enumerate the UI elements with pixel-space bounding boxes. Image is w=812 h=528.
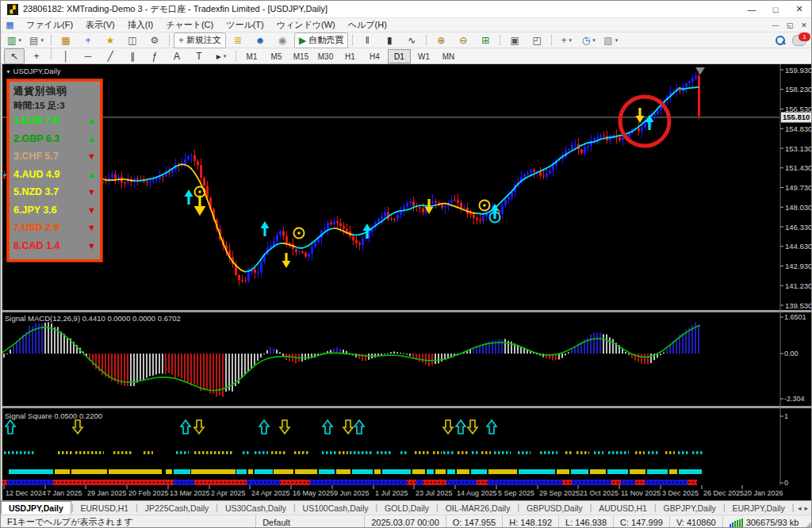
chart-tab-eurusd-h1[interactable]: EURUSD,H1 (73, 502, 136, 514)
tile-windows-button[interactable]: ⊞ (475, 33, 496, 48)
maximize-button[interactable]: □ (764, 1, 787, 17)
market-watch-icon: ▦ (61, 35, 70, 46)
mdi-close-button[interactable]: ✕ (797, 21, 811, 29)
tab-scroll-right-button[interactable]: ▸ (804, 504, 808, 512)
fibonacci-tool-button[interactable]: ƒ (144, 48, 165, 64)
strength-value: 1.EUR 7.8 (13, 115, 59, 126)
chart-tab-gbpjpy-daily[interactable]: GBPJPY,Daily (657, 502, 723, 514)
svg-text:11 Nov 2025: 11 Nov 2025 (621, 489, 661, 497)
menu-help[interactable]: ヘルプ(H) (342, 20, 393, 29)
chart-area[interactable]: 159.930158.230156.530154.830153.130151.4… (1, 64, 812, 500)
strength-down-icon: ▼ (87, 223, 96, 232)
price-chart[interactable]: 159.930158.230156.530154.830153.130151.4… (1, 64, 812, 500)
periods-button[interactable]: ◷▾ (578, 33, 599, 48)
chart-tab-usdjpy-daily[interactable]: USDJPY,Daily (1, 501, 71, 514)
navigator-button[interactable]: ★ (100, 33, 121, 48)
svg-text:144.630: 144.630 (785, 242, 812, 251)
cursor-tool-button[interactable]: ↖ (4, 48, 25, 64)
square-indicator-label: Signal Square 0.0500 0.2200 (5, 411, 102, 420)
timeframe-d1-button[interactable]: D1 (388, 49, 411, 63)
minimize-button[interactable]: — (740, 1, 764, 17)
bar-chart-type-button[interactable]: ‖ (357, 33, 377, 48)
new-order-button[interactable]: +新規注文 (174, 33, 226, 48)
strength-row-cad: 8.CAD 1.4▼ (13, 237, 96, 255)
arrange-windows-button[interactable]: ◰ (527, 33, 547, 48)
horizontal-line-tool-button[interactable]: ─ (78, 48, 98, 64)
crosshair-tool-button[interactable]: + (26, 48, 47, 64)
menu-tools[interactable]: ツール(T) (220, 20, 270, 29)
zoom-out-button[interactable]: ⊖ (453, 33, 473, 48)
community-button[interactable]: ☻ (250, 33, 270, 48)
timeframe-m1-button[interactable]: M1 (240, 49, 263, 63)
indicators-button[interactable]: +▾ (556, 33, 576, 48)
label-tool-button[interactable]: T (189, 48, 209, 64)
status-high-price: H: 148.192 (502, 515, 558, 528)
menu-file[interactable]: ファイル(F) (20, 20, 79, 29)
terminal-button[interactable]: ◫ (122, 33, 143, 48)
auto-trading-button[interactable]: ▶自動売買 (294, 33, 348, 48)
notification-icon[interactable]: 1 (792, 35, 806, 46)
text-tool-button[interactable]: A (167, 48, 187, 64)
timeframe-m5-button[interactable]: M5 (265, 49, 288, 63)
chart-tab-gbpusd-daily[interactable]: GBPUSD,Daily (519, 502, 590, 514)
zoom-in-button[interactable]: ⊕ (431, 33, 451, 48)
status-datetime: 2025.03.07 00:00 (364, 515, 446, 528)
timeframe-m30-button[interactable]: M30 (314, 49, 337, 63)
chart-tab-audusd-h1[interactable]: AUDUSD,H1 (592, 502, 654, 514)
search-icon[interactable] (775, 35, 786, 46)
depth-of-market-button[interactable]: ≣ (228, 33, 248, 48)
menu-insert[interactable]: 挿入(I) (121, 20, 159, 29)
svg-text:0.00: 0.00 (784, 350, 799, 358)
tab-scroll-left-button[interactable]: ◂ (798, 504, 802, 512)
svg-text:20 Feb 2025: 20 Feb 2025 (128, 489, 169, 497)
templates-button[interactable]: ▨▾ (600, 33, 621, 48)
chart-tab-gold-daily[interactable]: GOLD,Daily (377, 502, 436, 514)
timeframe-w1-button[interactable]: W1 (412, 49, 435, 63)
data-window-button[interactable]: + (78, 33, 98, 48)
close-button[interactable]: ✕ (787, 1, 811, 17)
chart-tab-eurjpy-daily[interactable]: EURJPY,Daily (725, 502, 791, 514)
new-chart-button[interactable]: ▥▾ (4, 33, 25, 48)
templates-icon: ▨ (603, 35, 612, 46)
market-watch-button[interactable]: ▦ (56, 33, 76, 48)
chart-tab-us30cash-daily[interactable]: US30Cash,Daily (218, 502, 293, 514)
status-bar: F1キーでヘルプが表示されますDefault2025.03.07 00:00O:… (1, 515, 812, 528)
trendline-tool-button[interactable]: ╱ (100, 48, 121, 64)
mdi-minimize-button[interactable]: — (768, 21, 783, 29)
candle-chart-type-button[interactable]: ▮ (379, 33, 400, 48)
toolbar-separator (51, 48, 52, 59)
market-news-button[interactable]: ◉ (272, 33, 293, 48)
vertical-line-tool-icon: │ (63, 51, 69, 62)
strategy-tester-button[interactable]: ⚙ (144, 33, 165, 48)
timeframe-m15-button[interactable]: M15 (289, 49, 312, 63)
chart-window-icon: ▦ (4, 20, 16, 30)
cascade-windows-button[interactable]: ▣ (504, 33, 525, 48)
market-news-icon: ◉ (278, 35, 286, 46)
zoom-in-icon: ⊕ (437, 35, 445, 46)
chart-tab-oil-mar26-daily[interactable]: OIL-MAR26,Daily (439, 502, 518, 514)
line-chart-type-button[interactable]: ∿ (401, 33, 422, 48)
mdi-restore-button[interactable]: ◱ (783, 21, 797, 29)
timeframe-h4-button[interactable]: H4 (363, 49, 386, 63)
svg-text:141.230: 141.230 (785, 281, 812, 290)
data-window-icon: + (85, 35, 90, 46)
cascade-windows-icon: ▣ (511, 35, 519, 46)
timeframe-h1-button[interactable]: H1 (339, 49, 362, 63)
menu-view[interactable]: 表示(V) (79, 20, 121, 29)
profiles-icon: ▤ (29, 35, 38, 46)
resize-grip[interactable]: ◢ (805, 515, 812, 528)
menu-chart[interactable]: チャート(C) (159, 20, 220, 29)
channel-tool-button[interactable]: ∥ (122, 48, 143, 64)
text-tool-icon: A (174, 51, 180, 62)
shapes-tool-button[interactable]: ▸▾ (211, 48, 232, 64)
timeframe-mn-button[interactable]: MN (437, 49, 460, 63)
profiles-button[interactable]: ▤▾ (26, 33, 47, 48)
vertical-line-tool-button[interactable]: │ (56, 48, 76, 64)
menu-window[interactable]: ウィンドウ(W) (270, 20, 342, 29)
chart-tab-us100cash-daily[interactable]: US100Cash,Daily (296, 502, 376, 514)
chart-symbol-label[interactable]: ▼ USDJPY,Daily (6, 67, 61, 75)
strength-value: 7.USD 2.9 (13, 222, 59, 233)
chart-tab-jp225cash-daily[interactable]: JP225Cash,Daily (138, 502, 216, 514)
strength-value: 4.AUD 4.9 (13, 169, 59, 180)
title-bar: ▞ 23806182: XMTrading-Demo 3 - デモ口座 - Tr… (1, 1, 811, 18)
